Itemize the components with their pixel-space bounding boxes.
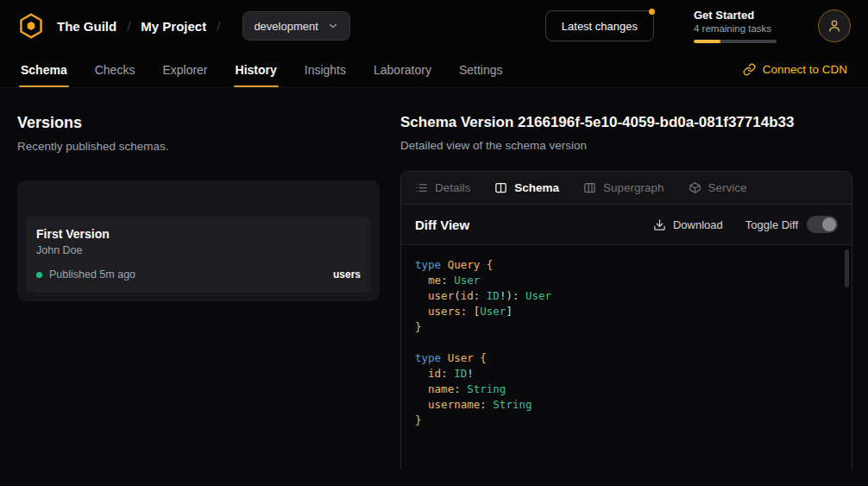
- breadcrumb-separator: /: [217, 19, 220, 34]
- detail-tab-label: Supergraph: [603, 181, 664, 194]
- code-line: [415, 335, 838, 350]
- tab-checks[interactable]: Checks: [95, 52, 135, 87]
- version-detail-column: Schema Version 2166196f-5e10-4059-bd0a-0…: [400, 114, 852, 470]
- version-status-text: Published 5m ago: [49, 268, 135, 281]
- detail-tab-label: Schema: [514, 181, 559, 194]
- versions-title: Versions: [17, 114, 380, 132]
- breadcrumb-org[interactable]: The Guild: [57, 19, 116, 34]
- code-line: }: [415, 413, 838, 428]
- service-tag: users: [333, 268, 361, 281]
- detail-tab-supergraph[interactable]: Supergraph: [583, 181, 664, 194]
- schema-columns-icon: [494, 181, 507, 194]
- person-icon: [827, 18, 842, 34]
- versions-subtitle: Recently published schemas.: [17, 140, 380, 153]
- code-line: type User {: [415, 350, 838, 366]
- get-started-subtitle: 4 remaining tasks: [694, 23, 777, 34]
- toggle-diff-label: Toggle Diff: [745, 218, 798, 231]
- list-icon: [415, 181, 428, 194]
- chevron-down-icon: [327, 20, 339, 32]
- notification-dot: [649, 9, 655, 15]
- progress-fill: [694, 40, 720, 43]
- supergraph-columns-icon: [583, 181, 596, 194]
- tab-label: Schema: [21, 63, 67, 77]
- code-line: me: User: [415, 273, 838, 288]
- version-list-item[interactable]: First Version John Doe Published 5m ago …: [26, 217, 371, 293]
- hive-logo[interactable]: [17, 12, 45, 40]
- version-detail-title: Schema Version 2166196f-5e10-4059-bd0a-0…: [400, 114, 852, 131]
- version-detail-panel: Details Schema Supergraph: [400, 171, 852, 470]
- tab-history[interactable]: History: [236, 52, 277, 87]
- tab-label: Checks: [95, 63, 135, 77]
- tab-label: Explorer: [162, 63, 207, 77]
- version-author: John Doe: [36, 244, 361, 256]
- top-header: The Guild / My Project / development Lat…: [0, 0, 868, 52]
- tab-insights[interactable]: Insights: [305, 52, 346, 87]
- hexagon-logo-icon: [17, 12, 45, 40]
- tab-explorer[interactable]: Explorer: [162, 52, 207, 87]
- diff-view-title: Diff View: [415, 218, 469, 232]
- get-started-progress-track: [694, 40, 777, 43]
- user-avatar[interactable]: [818, 9, 851, 42]
- toggle-knob: [822, 218, 836, 231]
- code-line: username: String: [415, 397, 838, 413]
- versions-column: Versions Recently published schemas. Fir…: [17, 114, 380, 470]
- download-button[interactable]: Download: [653, 218, 723, 231]
- detail-tab-label: Details: [435, 181, 470, 194]
- service-box-icon: [689, 181, 701, 194]
- schema-code-viewer[interactable]: type Query { me: User user(id: ID!): Use…: [401, 244, 852, 470]
- toggle-diff-switch[interactable]: [807, 216, 838, 233]
- environment-selector-value: development: [254, 20, 318, 33]
- download-icon: [653, 218, 666, 231]
- detail-tab-service[interactable]: Service: [689, 181, 747, 194]
- connect-to-cdn-button[interactable]: Connect to CDN: [743, 52, 847, 87]
- latest-changes-button[interactable]: Latest changes: [545, 10, 654, 41]
- version-name: First Version: [36, 227, 361, 241]
- tab-label: Settings: [459, 63, 503, 77]
- tab-settings[interactable]: Settings: [459, 52, 503, 87]
- main-content: Versions Recently published schemas. Fir…: [0, 88, 868, 470]
- breadcrumb-project[interactable]: My Project: [141, 19, 206, 34]
- tab-label: Laboratory: [374, 63, 431, 77]
- version-status-row: Published 5m ago users: [36, 268, 361, 281]
- tab-schema[interactable]: Schema: [21, 52, 67, 87]
- tab-laboratory[interactable]: Laboratory: [374, 52, 431, 87]
- code-line: id: ID!: [415, 366, 838, 382]
- versions-card: First Version John Doe Published 5m ago …: [17, 180, 380, 301]
- latest-changes-label: Latest changes: [562, 20, 638, 33]
- environment-selector[interactable]: development: [242, 11, 349, 41]
- code-line: }: [415, 319, 838, 335]
- code-line: users: [User]: [415, 304, 838, 319]
- published-status-dot: [36, 272, 42, 278]
- tab-label: Insights: [305, 63, 346, 77]
- code-block: type Query { me: User user(id: ID!): Use…: [415, 257, 838, 428]
- download-label: Download: [673, 218, 723, 231]
- detail-tab-details[interactable]: Details: [415, 181, 470, 194]
- toggle-diff-group: Toggle Diff: [745, 216, 838, 233]
- version-detail-subtitle: Detailed view of the schema version: [400, 139, 852, 152]
- code-line: user(id: ID!): User: [415, 288, 838, 304]
- detail-tabs: Details Schema Supergraph: [401, 172, 852, 205]
- diff-controls: Download Toggle Diff: [653, 216, 838, 233]
- code-line: name: String: [415, 382, 838, 397]
- connect-to-cdn-label: Connect to CDN: [763, 63, 847, 76]
- detail-tab-label: Service: [708, 181, 747, 194]
- link-icon: [743, 63, 756, 76]
- get-started-widget[interactable]: Get Started 4 remaining tasks: [694, 9, 777, 43]
- breadcrumb-separator: /: [127, 19, 130, 34]
- get-started-title: Get Started: [694, 9, 777, 22]
- scrollbar-thumb[interactable]: [845, 249, 849, 287]
- diff-header: Diff View Download Toggle Diff: [401, 205, 852, 244]
- project-nav: Schema Checks Explorer History Insights …: [0, 52, 868, 88]
- code-line: type Query {: [415, 257, 838, 273]
- tab-label: History: [236, 63, 277, 77]
- detail-tab-schema[interactable]: Schema: [494, 181, 559, 194]
